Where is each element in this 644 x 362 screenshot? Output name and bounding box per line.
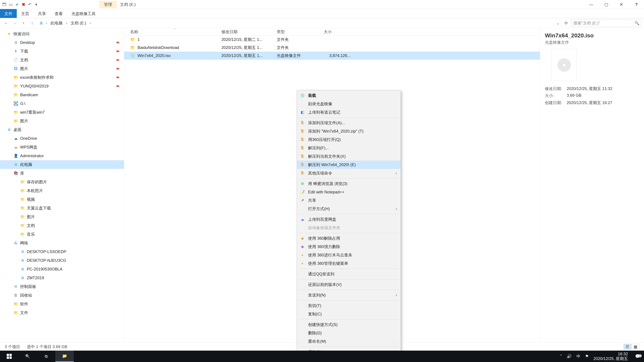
minimize-button[interactable]: —: [584, 0, 599, 9]
tray-clock[interactable]: 16:32 2020/12/25, 星期五: [594, 352, 628, 361]
tree-recycle[interactable]: 🗑回收站: [0, 291, 124, 300]
qat-props-icon[interactable]: ▭: [8, 2, 13, 7]
taskbar-taskview[interactable]: ⧉: [37, 351, 55, 362]
tree-wps[interactable]: ☁WPS网盘: [0, 143, 124, 151]
tree-pictures2[interactable]: 📁图片: [0, 117, 124, 125]
qat-undo-icon[interactable]: ↶: [28, 2, 32, 7]
tree-desktop-root[interactable]: 🖥桌面: [0, 125, 124, 134]
tray-flag-icon[interactable]: ⚑: [585, 354, 589, 359]
tree-network[interactable]: 🖧网络: [0, 239, 124, 247]
tab-view[interactable]: 查看: [50, 9, 67, 18]
help-button[interactable]: ?: [629, 0, 644, 9]
tree-music[interactable]: 📁音乐: [0, 230, 124, 239]
close-button[interactable]: ✕: [614, 0, 629, 9]
menu-bee-browser[interactable]: ✿用 蜂蜜浏览器 浏览(3): [297, 179, 401, 188]
col-name[interactable]: 名称: [124, 29, 221, 34]
menu-shortcut[interactable]: 创建快捷方式(S): [297, 321, 401, 329]
qat-delete-icon[interactable]: ✖: [21, 2, 26, 7]
crumb-current[interactable]: 文档 (E:): [70, 20, 87, 26]
col-size[interactable]: 大小: [324, 29, 360, 34]
tree-pics3[interactable]: 📁图片: [0, 213, 124, 221]
col-date[interactable]: 修改日期: [221, 29, 277, 34]
taskbar-search[interactable]: 🔍: [18, 351, 37, 362]
taskbar-explorer[interactable]: 📁: [55, 351, 74, 362]
tree-pc2[interactable]: 🖥DESKTOP-NJEU3CG: [0, 256, 124, 265]
breadcrumb[interactable]: 🖥 › 此电脑 › 文档 (E:) ›: [37, 19, 553, 27]
menu-360-scan[interactable]: ●使用 360进行木马云查杀: [297, 251, 401, 259]
menu-other-zip[interactable]: 🗜其他压缩命令›: [297, 169, 401, 177]
tree-pictures[interactable]: 🖼图片📌: [0, 64, 124, 73]
menu-baidu[interactable]: ☁上传到百度网盘: [297, 215, 401, 224]
menu-qq-send[interactable]: 通过QQ发送到: [297, 270, 401, 278]
tray-notifications[interactable]: 💬3: [632, 354, 643, 359]
refresh-button[interactable]: ⟳: [562, 21, 570, 25]
tree-saved-pics[interactable]: 📁保存的图片: [0, 178, 124, 186]
search-box[interactable]: 搜索"文档 (E:)" 🔍: [571, 19, 642, 27]
tree-downloads[interactable]: ⬇下载📌: [0, 47, 124, 56]
tab-share[interactable]: 共享: [34, 9, 50, 18]
menu-restore[interactable]: 还原以前的版本(V): [297, 280, 401, 289]
menu-add-archive[interactable]: 🗜添加到压缩文件(A)...: [297, 119, 401, 127]
tree-libraries[interactable]: 📚库: [0, 169, 124, 178]
tray-ime[interactable]: 中: [576, 354, 580, 359]
menu-burn[interactable]: 刻录光盘映像: [297, 100, 401, 108]
file-row[interactable]: 📁BaiduNetdiskDownload 2020/12/25, 星期五 1.…: [124, 43, 540, 52]
tray-chevron-icon[interactable]: ˄: [560, 354, 562, 359]
address-dropdown-icon[interactable]: ⌄: [554, 21, 561, 25]
tree-win7-folder[interactable]: 📁win7重装win7: [0, 108, 124, 117]
tree-files[interactable]: 📁文件: [0, 308, 124, 317]
file-row-selected[interactable]: 💿Win7x64_2020.iso 2020/12/25, 星期五 1... 光…: [124, 52, 540, 60]
menu-open-with[interactable]: 打开方式(H)›: [297, 205, 401, 213]
tree-desktop[interactable]: 🖥Desktop📌: [0, 38, 124, 47]
view-icons-button[interactable]: ▦: [632, 344, 639, 350]
nav-recent-dropdown[interactable]: ▾: [20, 21, 27, 25]
tree-bandicam[interactable]: 📁Bandicam: [0, 90, 124, 99]
tree-docs2[interactable]: 📁文档: [0, 221, 124, 230]
tab-home[interactable]: 主页: [17, 9, 34, 18]
menu-extract-to[interactable]: 🗜解压到(F)...: [297, 144, 401, 152]
tree-yunqishi[interactable]: 📁YUNQISHI2019📌: [0, 82, 124, 90]
tree-onedrive[interactable]: ☁OneDrive: [0, 134, 124, 143]
crumb-thispc[interactable]: 此电脑: [50, 20, 63, 26]
menu-open-360zip[interactable]: 🗜用360压缩打开(Q): [297, 135, 401, 144]
col-type[interactable]: 类型: [277, 29, 324, 34]
menu-add-zip[interactable]: 🗜添加到 "Win7x64_2020.zip" (T): [297, 127, 401, 135]
menu-mount[interactable]: 💿装载: [297, 91, 401, 100]
menu-cut[interactable]: 剪切(T): [297, 302, 401, 310]
tree-quick-access[interactable]: ★快速访问: [0, 29, 124, 38]
tab-disc-tools[interactable]: 光盘映像工具: [67, 9, 100, 18]
tree-pc4[interactable]: 🖥ZMT2019: [0, 274, 124, 282]
tree-local-pics[interactable]: 📁本机照片: [0, 186, 124, 195]
start-button[interactable]: [0, 351, 18, 362]
tree-admin[interactable]: 👤Administrator: [0, 151, 124, 160]
menu-share[interactable]: ↗共享: [297, 196, 401, 205]
tray-volume-icon[interactable]: 🔊: [567, 354, 572, 359]
tab-file[interactable]: 文件: [0, 9, 17, 18]
menu-youdao[interactable]: ◧上传到有道云笔记: [297, 108, 401, 116]
maximize-button[interactable]: ▢: [599, 0, 614, 9]
tree-videos[interactable]: 📁视频: [0, 195, 124, 204]
tree-documents[interactable]: 📄文档📌: [0, 56, 124, 64]
menu-delete[interactable]: 删除(D): [297, 329, 401, 337]
menu-360-unlock[interactable]: ◆使用 360解除占用: [297, 234, 401, 243]
tree-control-panel[interactable]: ⚙控制面板: [0, 282, 124, 291]
tree-pc1[interactable]: 🖥DESKTOP-LSSOEDP: [0, 247, 124, 256]
menu-extract-here[interactable]: 🗜解压到当前文件夹(X): [297, 152, 401, 161]
menu-360-force[interactable]: ◆使用 360强力删除: [297, 243, 401, 251]
nav-forward-button[interactable]: →: [11, 21, 18, 25]
qat-check-icon[interactable]: ✔: [15, 2, 20, 7]
tree-this-pc[interactable]: 🖥此电脑: [0, 160, 124, 169]
view-details-button[interactable]: ☰: [624, 344, 631, 350]
tree-excel-folder[interactable]: 📁excel表格制作求和📌: [0, 73, 124, 82]
menu-extract-named[interactable]: 🗜解压到 Win7x64_2020\ (E): [297, 161, 401, 169]
tree-soft[interactable]: 📁软件: [0, 300, 124, 308]
file-row[interactable]: 📁1 2020/12/15, 星期二 1... 文件夹: [124, 35, 540, 43]
tree-gdrive[interactable]: 💽G:\: [0, 99, 124, 108]
tree-tianyi[interactable]: 📁天翼云盘下载: [0, 204, 124, 213]
qat-dropdown-icon[interactable]: ▾: [34, 2, 38, 7]
nav-back-button[interactable]: ←: [2, 21, 10, 25]
menu-sendto[interactable]: 发送到(N)›: [297, 291, 401, 299]
menu-notepadpp[interactable]: 📝Edit with Notepad++: [297, 188, 401, 196]
menu-360-rcm[interactable]: ●使用 360管理右键菜单: [297, 259, 401, 268]
menu-copy[interactable]: 复制(C): [297, 310, 401, 318]
